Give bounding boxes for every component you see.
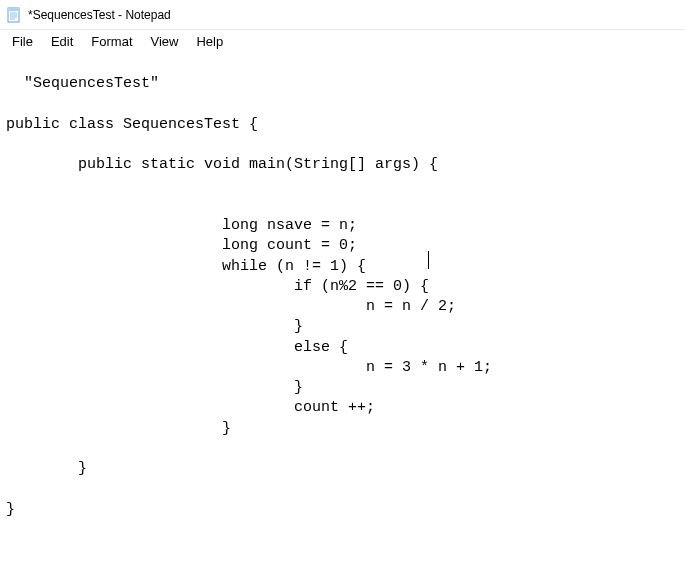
menu-help[interactable]: Help [188, 32, 231, 51]
menu-format[interactable]: Format [83, 32, 140, 51]
menu-edit[interactable]: Edit [43, 32, 81, 51]
text-cursor [428, 251, 429, 269]
menu-view[interactable]: View [143, 32, 187, 51]
notepad-icon [6, 7, 22, 23]
text-editor[interactable]: "SequencesTest" public class SequencesTe… [0, 52, 685, 572]
menubar: File Edit Format View Help [0, 30, 685, 52]
svg-rect-1 [8, 8, 19, 11]
menu-file[interactable]: File [4, 32, 41, 51]
window-title: *SequencesTest - Notepad [28, 8, 171, 22]
titlebar: *SequencesTest - Notepad [0, 0, 685, 30]
editor-content: "SequencesTest" public class SequencesTe… [6, 75, 492, 517]
